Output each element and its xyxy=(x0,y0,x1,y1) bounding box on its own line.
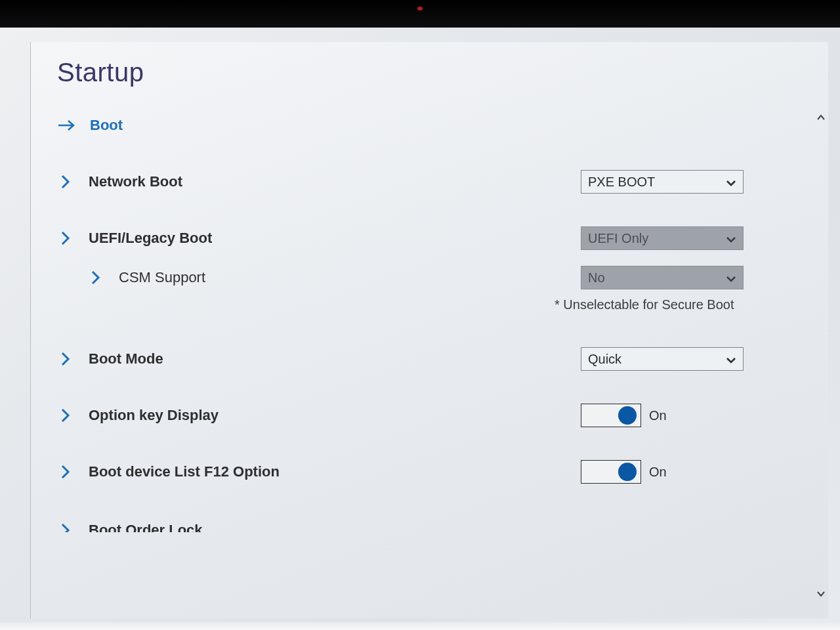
startup-panel: Startup Boot Network Boot PXE BOOT xyxy=(30,42,828,618)
device-bezel xyxy=(0,0,840,28)
secure-boot-note: * Unselectable for Secure Boot xyxy=(555,297,734,312)
boot-link-label: Boot xyxy=(90,117,123,134)
row-option-key-display[interactable]: Option key Display On xyxy=(57,400,805,431)
csm-support-select: No xyxy=(581,266,744,289)
network-boot-value: PXE BOOT xyxy=(588,175,655,190)
row-uefi-legacy[interactable]: UEFI/Legacy Boot UEFI Only xyxy=(57,222,805,254)
boot-device-list-f12-toggle[interactable] xyxy=(581,460,641,484)
uefi-legacy-label: UEFI/Legacy Boot xyxy=(89,230,212,247)
chevron-down-icon xyxy=(726,270,736,285)
chevron-down-icon xyxy=(726,352,736,367)
boot-device-list-f12-state: On xyxy=(649,465,667,480)
toggle-knob xyxy=(618,406,637,425)
csm-support-value: No xyxy=(588,270,605,285)
camera-indicator xyxy=(417,7,423,10)
page-title: Startup xyxy=(57,58,805,87)
row-boot-device-list-f12[interactable]: Boot device List F12 Option On xyxy=(57,456,805,488)
uefi-legacy-select: UEFI Only xyxy=(581,226,744,250)
boot-device-list-f12-label: Boot device List F12 Option xyxy=(89,463,280,480)
scrollbar[interactable] xyxy=(814,110,828,618)
footer-strip xyxy=(0,622,840,630)
chevron-right-icon xyxy=(57,522,74,532)
option-key-display-state: On xyxy=(649,408,667,423)
chevron-down-icon xyxy=(726,175,736,190)
row-network-boot[interactable]: Network Boot PXE BOOT xyxy=(57,166,805,198)
boot-order-lock-label: Boot Order Lock xyxy=(89,522,203,532)
chevron-right-icon xyxy=(57,173,74,190)
row-boot-mode[interactable]: Boot Mode Quick xyxy=(57,343,805,375)
row-csm-support[interactable]: CSM Support No xyxy=(57,262,805,293)
chevron-right-icon xyxy=(57,230,74,247)
boot-mode-value: Quick xyxy=(588,352,621,367)
option-key-display-label: Option key Display xyxy=(89,407,219,424)
scroll-down-button[interactable] xyxy=(814,587,828,601)
csm-support-label: CSM Support xyxy=(119,269,205,286)
chevron-down-icon xyxy=(726,231,736,246)
toggle-knob xyxy=(618,463,637,481)
chevron-right-icon xyxy=(57,463,74,480)
arrow-right-icon xyxy=(57,117,78,134)
network-boot-label: Network Boot xyxy=(89,173,182,190)
row-boot-order-lock[interactable]: Boot Order Lock xyxy=(57,513,805,532)
chevron-right-icon xyxy=(87,269,104,286)
scroll-up-button[interactable] xyxy=(814,110,828,125)
option-key-display-toggle[interactable] xyxy=(581,404,641,427)
uefi-legacy-value: UEFI Only xyxy=(588,231,648,246)
network-boot-select[interactable]: PXE BOOT xyxy=(581,170,744,194)
screen-area: Startup Boot Network Boot PXE BOOT xyxy=(0,28,840,622)
boot-mode-select[interactable]: Quick xyxy=(581,347,744,371)
chevron-right-icon xyxy=(57,407,74,424)
row-boot[interactable]: Boot xyxy=(57,110,805,141)
chevron-right-icon xyxy=(57,350,74,368)
boot-mode-label: Boot Mode xyxy=(89,350,163,368)
